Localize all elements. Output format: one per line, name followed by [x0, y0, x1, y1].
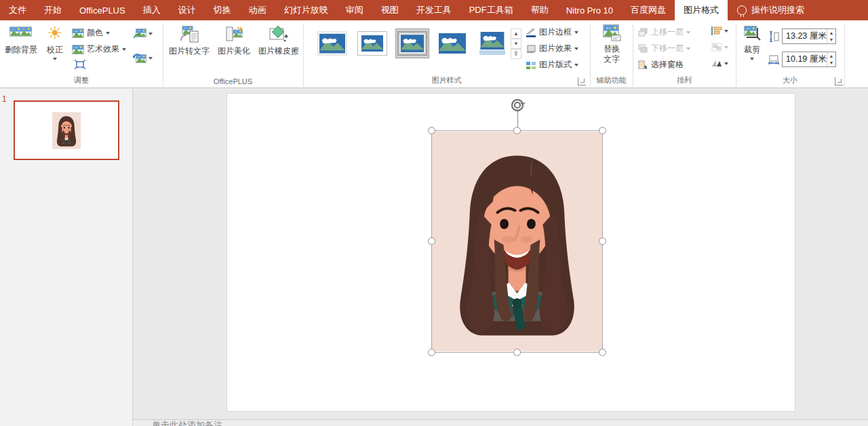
group-label-arrange: 排列 [633, 75, 736, 85]
width-spin-down-button[interactable]: ▼ [827, 60, 835, 67]
tell-me-search[interactable]: 操作说明搜索 [728, 0, 814, 20]
picture-layout-icon [526, 60, 536, 70]
artistic-effects-button[interactable]: 艺术效果 [72, 43, 126, 55]
compress-picture-button[interactable] [75, 60, 85, 69]
picture-style-thumbnail[interactable] [435, 28, 469, 58]
gallery-scroll-down-button[interactable]: ▼ [511, 39, 521, 49]
send-backward-button[interactable]: 下移一层 [638, 43, 690, 54]
height-spin-up-button[interactable]: ▲ [827, 29, 835, 37]
tab-animations[interactable]: 动画 [240, 0, 275, 20]
color-icon [72, 28, 84, 38]
crop-button[interactable]: 裁剪 [738, 24, 766, 60]
resize-handle-middle-left[interactable] [428, 237, 435, 245]
group-officeplus: 图片转文字 图片美化 图片橡皮擦 OfficePLUS [163, 20, 303, 88]
picture-effects-button[interactable]: 图片效果 [526, 43, 578, 54]
slide-canvas[interactable] [227, 94, 795, 411]
remove-background-icon [9, 24, 33, 42]
picture-beautify-button[interactable]: 图片美化 [213, 26, 255, 57]
tab-view[interactable]: 视图 [372, 0, 408, 20]
dropdown-caret-icon [53, 58, 57, 60]
picture-style-thumbnail[interactable] [315, 28, 349, 58]
picture-effects-icon [526, 44, 536, 54]
shape-height-field[interactable]: 13.23 厘米 ▲ ▼ [782, 28, 836, 44]
crop-icon [743, 24, 762, 42]
tab-picture-format[interactable]: 图片格式 [675, 0, 728, 20]
reset-picture-button[interactable] [133, 53, 153, 64]
picture-border-button[interactable]: 图片边框 [526, 26, 578, 38]
gallery-scroll-up-button[interactable]: ▲ [511, 28, 521, 39]
group-arrange: 上移一层 下移一层 选择窗格 [633, 20, 736, 88]
tab-slide-show[interactable]: 幻灯片放映 [275, 0, 337, 20]
selection-pane-icon [638, 60, 648, 69]
group-picture-styles: ▲ ▼ ⊽ 图片边框 图片效果 图片版式 [303, 20, 590, 88]
bring-forward-icon [638, 28, 648, 37]
dropdown-caret-icon [149, 33, 153, 35]
rotate-icon [711, 59, 722, 68]
shape-height-value[interactable]: 13.23 厘米 [783, 31, 827, 42]
lightbulb-icon [737, 5, 747, 15]
tab-officeplus[interactable]: OfficePLUS [71, 0, 134, 20]
tab-baidu-netdisk[interactable]: 百度网盘 [622, 0, 675, 20]
resize-handle-bottom-middle[interactable] [513, 349, 521, 356]
picture-style-thumbnail-selected[interactable] [395, 28, 429, 58]
resize-handle-top-middle[interactable] [513, 127, 521, 134]
group-adjust: 删除背景 ☀ 校正 颜色 艺术效果 [0, 20, 163, 88]
color-button[interactable]: 颜色 [72, 27, 110, 39]
height-field-icon-holder [768, 31, 779, 42]
picture-eraser-button[interactable]: 图片橡皮擦 [256, 26, 301, 57]
dropdown-caret-icon [686, 31, 690, 34]
tab-transitions[interactable]: 切换 [205, 0, 240, 20]
dropdown-caret-icon [106, 32, 110, 35]
picture-style-gallery [315, 28, 509, 58]
height-spin-down-button[interactable]: ▼ [827, 37, 835, 44]
shape-width-value[interactable]: 10.19 厘米 [783, 54, 827, 65]
selected-picture[interactable] [432, 131, 602, 352]
rotate-handle-icon[interactable] [509, 97, 526, 113]
ribbon-tab-bar: 文件 开始 OfficePLUS 插入 设计 切换 动画 幻灯片放映 审阅 视图… [0, 0, 868, 20]
slide-number: 1 [2, 94, 7, 104]
corrections-button[interactable]: ☀ 校正 [42, 24, 68, 60]
tab-insert[interactable]: 插入 [134, 0, 170, 20]
resize-handle-bottom-left[interactable] [428, 349, 435, 356]
picture-style-thumbnail[interactable] [475, 28, 509, 58]
picture-layout-button[interactable]: 图片版式 [526, 59, 578, 71]
picture-style-thumbnail[interactable] [355, 28, 389, 58]
width-spin-up-button[interactable]: ▲ [827, 52, 835, 60]
tab-review[interactable]: 审阅 [337, 0, 372, 20]
align-objects-button[interactable] [711, 26, 728, 35]
bring-forward-button[interactable]: 上移一层 [638, 26, 690, 38]
tab-nitro-pro[interactable]: Nitro Pro 10 [557, 0, 622, 20]
shape-width-icon [768, 54, 779, 65]
remove-background-button[interactable]: 删除背景 [4, 24, 38, 56]
change-picture-button[interactable] [133, 28, 153, 39]
slide-thumbnail[interactable] [14, 100, 119, 160]
tab-help[interactable]: 帮助 [522, 0, 557, 20]
tab-design[interactable]: 设计 [170, 0, 205, 20]
dropdown-caret-icon [750, 58, 754, 60]
resize-handle-top-left[interactable] [428, 127, 435, 134]
group-label-adjust: 调整 [0, 75, 163, 85]
selection-pane-button[interactable]: 选择窗格 [638, 59, 684, 71]
picture-to-text-button[interactable]: 图片转文字 [167, 26, 212, 57]
tab-file[interactable]: 文件 [0, 0, 35, 20]
sun-icon: ☀ [47, 24, 62, 42]
rotate-objects-button[interactable] [711, 59, 728, 68]
selection-outline [432, 131, 602, 352]
resize-handle-middle-right[interactable] [599, 237, 606, 245]
size-dialog-launcher[interactable] [835, 77, 843, 85]
shape-width-field[interactable]: 10.19 厘米 ▲ ▼ [782, 52, 836, 67]
tab-home[interactable]: 开始 [35, 0, 71, 20]
tell-me-search-label: 操作说明搜索 [751, 4, 804, 16]
slide-thumbnail-panel[interactable]: 1 [0, 89, 133, 426]
tab-pdf-toolbox[interactable]: PDF工具箱 [460, 0, 522, 20]
height-spinner: ▲ ▼ [827, 29, 835, 43]
gallery-more-button[interactable]: ⊽ [511, 49, 521, 59]
picture-eraser-icon [269, 26, 289, 43]
picture-styles-dialog-launcher[interactable] [578, 77, 586, 85]
tab-developer[interactable]: 开发工具 [408, 0, 460, 20]
group-objects-button[interactable] [711, 43, 728, 52]
resize-handle-top-right[interactable] [599, 127, 606, 134]
resize-handle-bottom-right[interactable] [599, 349, 606, 356]
notes-pane[interactable]: 单击此处添加备注 [133, 419, 868, 426]
alt-text-button[interactable]: 替换文字 [597, 24, 627, 64]
